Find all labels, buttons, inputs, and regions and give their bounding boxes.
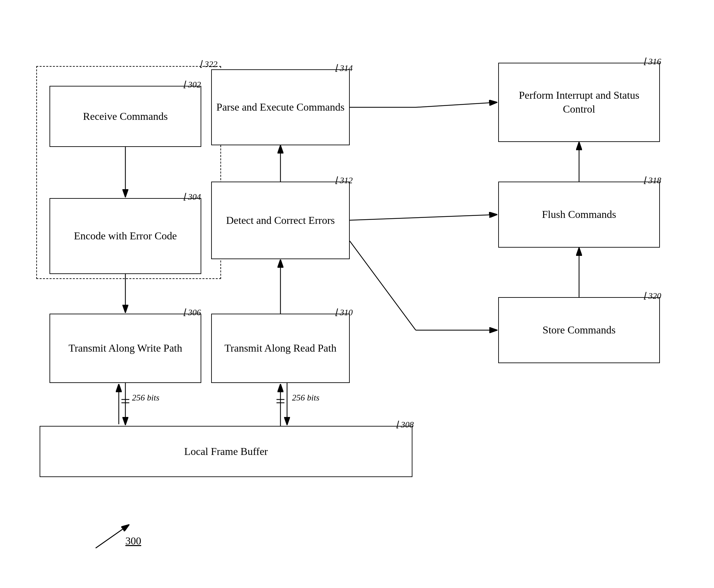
diagram-container: 322 ⌊ Receive Commands 302 ⌊ Encode with…	[20, 20, 696, 565]
receive-commands-label: Receive Commands	[83, 110, 168, 124]
encode-error-box: Encode with Error Code	[49, 198, 201, 274]
perform-interrupt-box: Perform Interrupt and Status Control	[498, 63, 660, 142]
transmit-read-box: Transmit Along Read Path	[211, 314, 350, 383]
ref-310: 310	[340, 308, 353, 318]
ref-320: 320	[648, 291, 661, 301]
parse-execute-label: Parse and Execute Commands	[216, 100, 344, 114]
ref-308: 308	[401, 420, 414, 430]
ref-316: 316	[648, 57, 661, 67]
ref-302: 302	[188, 80, 201, 90]
parse-execute-box: Parse and Execute Commands	[211, 69, 350, 145]
svg-line-23	[96, 525, 129, 548]
flush-commands-box: Flush Commands	[498, 182, 660, 248]
svg-line-11	[350, 241, 416, 330]
svg-line-10	[350, 215, 497, 220]
perform-interrupt-label: Perform Interrupt and Status Control	[502, 88, 656, 116]
detect-correct-label: Detect and Correct Errors	[226, 214, 335, 228]
store-commands-label: Store Commands	[542, 323, 615, 337]
detect-correct-box: Detect and Correct Errors	[211, 182, 350, 259]
ref-318: 318	[648, 176, 661, 186]
ref-304: 304	[188, 192, 201, 202]
store-commands-box: Store Commands	[498, 297, 660, 363]
local-frame-buffer-box: Local Frame Buffer	[40, 426, 412, 477]
ref-312: 312	[340, 176, 353, 186]
bits-write-label: 256 bits	[132, 393, 159, 403]
transmit-write-label: Transmit Along Write Path	[69, 341, 182, 355]
svg-line-14	[416, 102, 497, 107]
ref-322: 322	[204, 59, 217, 69]
transmit-write-box: Transmit Along Write Path	[49, 314, 201, 383]
encode-error-label: Encode with Error Code	[74, 229, 177, 243]
ref-306: 306	[188, 308, 201, 318]
bits-read-label: 256 bits	[292, 393, 319, 403]
ref-314: 314	[340, 63, 353, 73]
diagram-number-arrow	[79, 518, 145, 551]
local-frame-buffer-label: Local Frame Buffer	[184, 445, 268, 459]
transmit-read-label: Transmit Along Read Path	[224, 341, 336, 355]
flush-commands-label: Flush Commands	[542, 208, 616, 222]
receive-commands-box: Receive Commands	[49, 86, 201, 147]
